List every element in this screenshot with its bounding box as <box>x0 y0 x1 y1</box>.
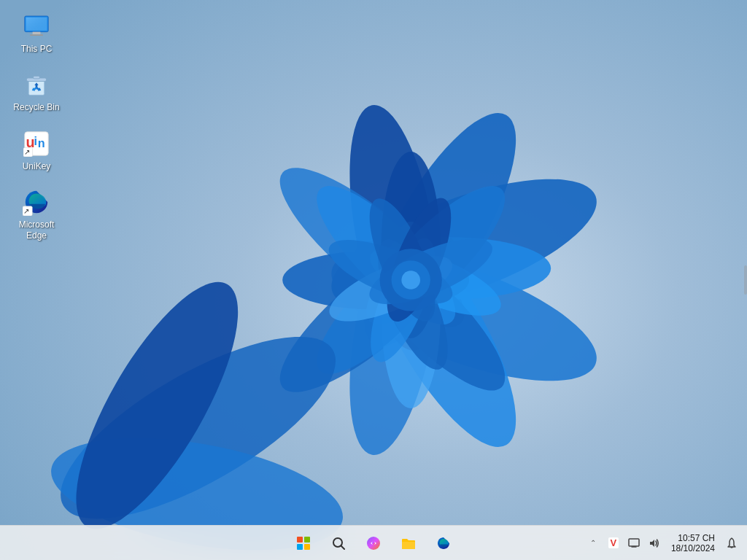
desktop-icon-this-pc[interactable]: This PC <box>7 7 66 58</box>
unikey-label: UniKey <box>23 161 51 171</box>
desktop-icon-edge[interactable]: ↗ Microsoft Edge <box>7 183 66 245</box>
display-tray-icon[interactable] <box>624 527 643 559</box>
recycle-bin-icon <box>23 71 50 98</box>
viva-engage-tray-icon[interactable]: V <box>604 527 623 559</box>
svg-rect-35 <box>30 34 43 36</box>
svg-rect-33 <box>26 18 47 31</box>
unikey-icon-container: u i n ↗ <box>22 129 51 158</box>
svg-line-52 <box>341 545 345 549</box>
taskbar: ⌃ V <box>0 525 747 560</box>
folder-icon <box>401 537 416 550</box>
search-button[interactable] <box>322 527 355 559</box>
recycle-bin-icon-container <box>22 70 51 99</box>
system-tray: ⌃ V <box>584 526 747 560</box>
this-pc-icon <box>23 15 50 38</box>
svg-rect-38 <box>34 77 40 79</box>
desktop-icon-unikey[interactable]: u i n ↗ UniKey <box>7 125 66 176</box>
svg-rect-48 <box>304 537 310 542</box>
volume-icon <box>649 538 660 548</box>
svg-rect-47 <box>297 537 303 542</box>
svg-rect-34 <box>33 32 41 35</box>
wallpaper <box>0 0 747 560</box>
svg-text:i: i <box>34 134 37 147</box>
unikey-icon: u i n ↗ <box>23 131 50 157</box>
copilot-icon <box>366 536 381 551</box>
search-icon <box>332 537 345 550</box>
bell-icon <box>726 537 738 549</box>
taskbar-center <box>287 526 460 560</box>
desktop-icons: This PC <box>7 7 66 245</box>
svg-text:n: n <box>38 136 45 149</box>
svg-text:↗: ↗ <box>23 207 29 215</box>
svg-point-54 <box>372 542 375 545</box>
clock-time: 10:57 CH <box>678 533 715 543</box>
file-explorer-button[interactable] <box>392 527 425 559</box>
display-icon <box>628 538 640 548</box>
notification-button[interactable] <box>722 527 741 559</box>
this-pc-label: This PC <box>21 44 53 54</box>
desktop: This PC <box>0 0 747 560</box>
svg-point-27 <box>401 271 420 289</box>
desktop-icon-recycle-bin[interactable]: Recycle Bin <box>7 66 66 117</box>
edge-taskbar-icon <box>436 536 451 551</box>
this-pc-icon-container <box>22 12 51 41</box>
edge-icon-container: ↗ <box>22 187 51 217</box>
clock-date: 18/10/2024 <box>671 543 715 553</box>
svg-rect-49 <box>297 544 303 550</box>
viva-icon: V <box>608 537 619 548</box>
right-edge-handle <box>744 265 747 295</box>
volume-tray-icon[interactable] <box>645 527 664 559</box>
svg-rect-50 <box>304 544 310 550</box>
windows-logo-icon <box>297 537 310 550</box>
chevron-icon: ⌃ <box>590 539 596 547</box>
svg-rect-55 <box>629 539 639 546</box>
edge-desktop-label: Microsoft Edge <box>10 219 63 241</box>
svg-text:↗: ↗ <box>24 148 30 156</box>
copilot-button[interactable] <box>357 527 390 559</box>
tray-overflow-button[interactable]: ⌃ <box>584 527 603 559</box>
edge-desktop-icon: ↗ <box>23 188 50 216</box>
clock-display[interactable]: 10:57 CH 18/10/2024 <box>665 533 721 553</box>
edge-taskbar-button[interactable] <box>427 527 460 559</box>
start-button[interactable] <box>287 527 320 559</box>
recycle-bin-label: Recycle Bin <box>13 102 59 112</box>
